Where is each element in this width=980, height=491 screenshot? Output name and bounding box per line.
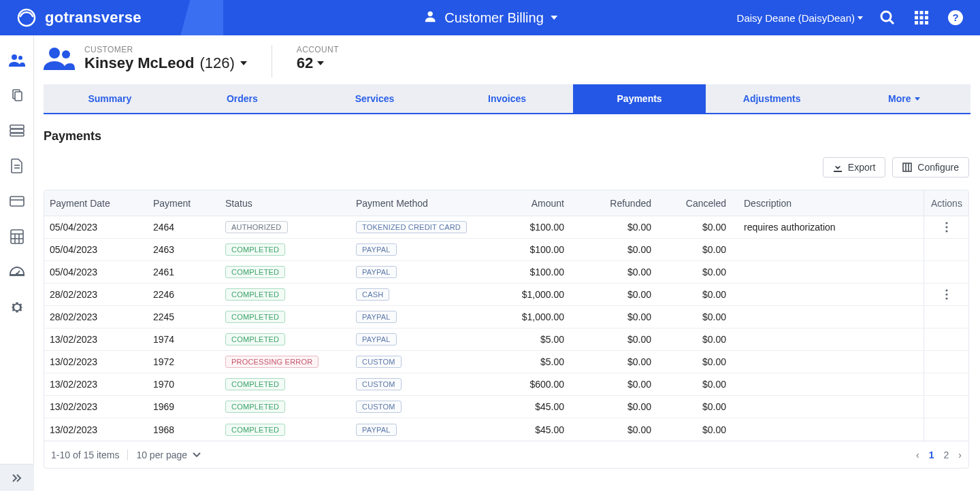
rail-calculator[interactable] [0, 219, 34, 254]
cell-refunded: $0.00 [576, 401, 664, 412]
tabs-bar: Summary Orders Services Invoices Payment… [44, 84, 970, 114]
pager-page-1[interactable]: 1 [929, 450, 934, 460]
cell-payment: 1968 [148, 424, 220, 435]
svg-rect-12 [925, 21, 928, 24]
svg-rect-6 [925, 11, 928, 14]
apps-grid-button[interactable] [912, 8, 931, 27]
cell-method: PAYPAL [350, 266, 508, 278]
table-row[interactable]: 28/02/20232245COMPLETEDPAYPAL$1,000.00$0… [44, 306, 968, 328]
caret-down-icon [858, 16, 863, 20]
pager-page-2[interactable]: 2 [944, 450, 949, 460]
rail-expand[interactable] [0, 464, 34, 491]
cell-date: 05/04/2023 [44, 244, 148, 255]
main-area: CUSTOMER Kinsey McLeod (126) ACCOUNT 62 [34, 35, 980, 491]
col-header-amount[interactable]: Amount [508, 198, 576, 209]
cell-refunded: $0.00 [576, 289, 664, 300]
tab-adjustments[interactable]: Adjustments [706, 84, 838, 113]
svg-point-15 [12, 54, 17, 60]
row-actions-button[interactable] [924, 284, 968, 305]
table-row[interactable]: 13/02/20231969COMPLETEDCUSTOM$45.00$0.00… [44, 396, 968, 418]
cell-date: 28/02/2023 [44, 289, 148, 300]
user-icon [423, 9, 438, 27]
cell-date: 05/04/2023 [44, 267, 148, 277]
pager-prev[interactable]: ‹ [916, 450, 919, 460]
table-row[interactable]: 05/04/20232461COMPLETEDPAYPAL$100.00$0.0… [44, 261, 968, 284]
svg-point-16 [18, 56, 22, 60]
customer-selector[interactable]: CUSTOMER Kinsey McLeod (126) [44, 45, 247, 72]
svg-point-41 [945, 289, 947, 291]
row-actions-button [924, 373, 968, 395]
table-row[interactable]: 13/02/20231974COMPLETEDPAYPAL$5.00$0.00$… [44, 328, 968, 351]
cell-refunded: $0.00 [576, 311, 664, 322]
export-button[interactable]: Export [823, 157, 885, 177]
cell-method: PAYPAL [350, 333, 508, 345]
cell-payment: 1970 [148, 379, 220, 390]
search-button[interactable] [878, 8, 897, 27]
pager-next[interactable]: › [958, 450, 962, 460]
table-row[interactable]: 13/02/20231970COMPLETEDCUSTOM$600.00$0.0… [44, 373, 968, 396]
table-row[interactable]: 05/04/20232463COMPLETEDPAYPAL$100.00$0.0… [44, 239, 968, 261]
rail-settings[interactable] [0, 290, 34, 325]
col-header-status[interactable]: Status [220, 198, 350, 209]
svg-rect-19 [10, 125, 24, 129]
brand-area: gotransverse [0, 0, 223, 35]
svg-rect-5 [920, 11, 924, 14]
svg-point-34 [62, 50, 70, 58]
svg-line-32 [17, 271, 20, 274]
table-row[interactable]: 13/02/20231972PROCESSING ERRORCUSTOM$5.0… [44, 351, 968, 373]
cell-date: 28/02/2023 [44, 311, 148, 322]
download-icon [833, 163, 843, 172]
account-selector[interactable]: ACCOUNT 62 [297, 45, 339, 72]
svg-point-43 [945, 297, 947, 299]
cell-method: PAYPAL [350, 311, 508, 323]
rail-database[interactable] [0, 113, 34, 148]
table-header: Payment Date Payment Status Payment Meth… [44, 190, 968, 216]
tab-services[interactable]: Services [308, 84, 441, 113]
table-row[interactable]: 28/02/20232246COMPLETEDCASH$1,000.00$0.0… [44, 284, 968, 306]
top-bar: gotransverse Customer Billing Daisy Dean… [0, 0, 980, 35]
col-header-method[interactable]: Payment Method [350, 198, 508, 209]
rail-copy[interactable] [0, 78, 34, 113]
tab-more[interactable]: More [838, 84, 970, 113]
tab-payments[interactable]: Payments [573, 84, 706, 113]
pager: ‹ 1 2 › [916, 450, 962, 460]
row-actions-button[interactable] [924, 216, 968, 238]
cell-canceled: $0.00 [664, 356, 738, 367]
svg-rect-35 [903, 163, 911, 171]
cell-amount: $100.00 [508, 267, 576, 277]
tab-summary[interactable]: Summary [44, 84, 176, 113]
cell-amount: $1,000.00 [508, 289, 576, 300]
user-display: Daisy Deane (DaisyDean) [737, 12, 855, 24]
cell-canceled: $0.00 [664, 289, 738, 300]
table-row[interactable]: 05/04/20232464AUTHORIZEDTOKENIZED CREDIT… [44, 216, 968, 239]
rail-card[interactable] [0, 184, 34, 219]
col-header-description[interactable]: Description [738, 198, 924, 209]
per-page-selector[interactable]: 10 per page [136, 450, 201, 460]
configure-button[interactable]: Configure [892, 157, 969, 177]
col-header-refunded[interactable]: Refunded [576, 198, 664, 209]
customer-name: Kinsey McLeod [84, 54, 194, 72]
col-header-payment[interactable]: Payment [148, 198, 220, 209]
cell-payment: 1974 [148, 334, 220, 345]
side-rail [0, 35, 34, 491]
help-button[interactable]: ? [946, 8, 965, 27]
user-menu[interactable]: Daisy Deane (DaisyDean) [737, 12, 863, 24]
tab-orders[interactable]: Orders [176, 84, 309, 113]
tab-invoices[interactable]: Invoices [441, 84, 574, 113]
content-scroll[interactable]: Payments Export Configure Payment Date P… [34, 114, 979, 491]
col-header-date[interactable]: Payment Date [44, 198, 148, 209]
cell-canceled: $0.00 [664, 244, 738, 255]
svg-point-1 [428, 11, 433, 16]
rail-dashboard[interactable] [0, 254, 34, 290]
section-title: Payments [44, 129, 969, 143]
cell-status: COMPLETED [220, 401, 350, 413]
cell-refunded: $0.00 [576, 222, 664, 233]
rail-customers[interactable] [0, 42, 34, 78]
module-switcher[interactable]: Customer Billing [423, 9, 557, 27]
cell-payment: 2463 [148, 244, 220, 255]
cell-canceled: $0.00 [664, 222, 738, 233]
svg-rect-4 [915, 11, 918, 14]
rail-document[interactable] [0, 148, 34, 184]
table-row[interactable]: 13/02/20231968COMPLETEDPAYPAL$45.00$0.00… [44, 418, 968, 441]
col-header-canceled[interactable]: Canceled [664, 198, 738, 209]
